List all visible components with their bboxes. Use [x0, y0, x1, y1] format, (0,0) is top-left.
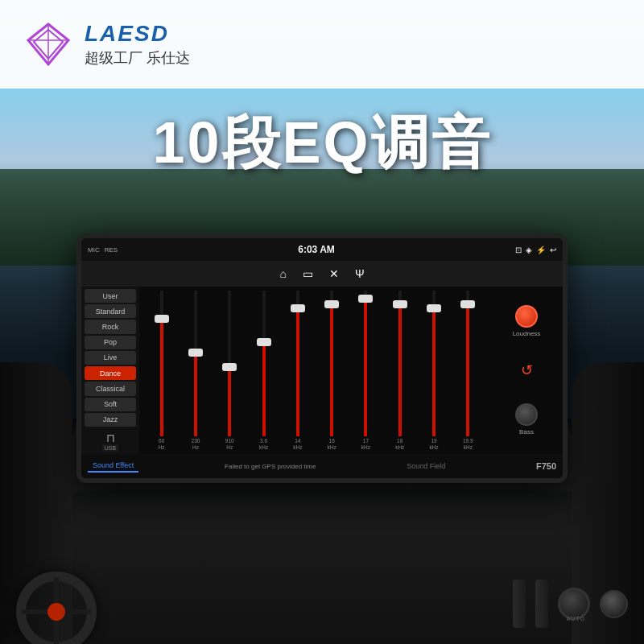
location-icon: ◈: [526, 246, 532, 254]
eq-fill-2: [228, 371, 231, 437]
eq-fill-9: [466, 308, 469, 437]
status-bar: MIC RES 6:03 AM ⊡ ◈ ⚡ ↩: [81, 238, 563, 261]
freq-label-1: 230Hz: [180, 438, 211, 451]
eq-handle-9[interactable]: [460, 300, 475, 308]
brand-name: LAESD: [85, 21, 190, 47]
loudness-label: Loudness: [513, 330, 541, 337]
headline-text: 10段EQ调音: [0, 105, 644, 182]
screen-icon[interactable]: ▭: [303, 267, 313, 280]
bottom-bar: Sound Effect Failed to get GPS provided …: [81, 454, 563, 478]
refresh-control: ↺: [521, 361, 533, 379]
preset-btn-user[interactable]: User: [85, 289, 136, 303]
eq-fill-6: [364, 303, 367, 437]
status-right: ⊡ ◈ ⚡ ↩: [515, 246, 556, 254]
preset-btn-jazz[interactable]: Jazz: [85, 413, 136, 427]
freq-label-8: 19kHz: [418, 438, 449, 451]
screen: MIC RES 6:03 AM ⊡ ◈ ⚡ ↩ ⌂ ▭ ✕ Ψ UserStan…: [81, 238, 563, 478]
brand-text: LAESD 超级工厂 乐仕达: [85, 21, 190, 68]
eq-bar-1[interactable]: [180, 291, 211, 436]
freq-label-7: 18kHz: [384, 438, 415, 451]
freq-label-6: 17kHz: [350, 438, 382, 451]
bass-control: Bass: [515, 403, 538, 436]
cast-icon: ⊡: [515, 246, 522, 254]
usb-text: USB: [102, 444, 118, 452]
bluetooth-icon: ⚡: [536, 246, 546, 254]
preset-list: UserStandardRockPopLiveDanceClassicalSof…: [81, 287, 139, 454]
preset-btn-live[interactable]: Live: [85, 351, 136, 365]
eq-bar-3[interactable]: [248, 291, 279, 436]
gps-message: Failed to get GPS provided time: [225, 463, 316, 470]
eq-handle-0[interactable]: [155, 315, 169, 323]
eq-bar-5[interactable]: [316, 291, 347, 436]
eq-handle-2[interactable]: [222, 363, 237, 371]
eq-bar-0[interactable]: [146, 291, 177, 436]
eq-handle-7[interactable]: [393, 300, 407, 308]
head-unit: MIC RES 6:03 AM ⊡ ◈ ⚡ ↩ ⌂ ▭ ✕ Ψ UserStan…: [76, 233, 568, 483]
loudness-dot[interactable]: [515, 305, 538, 328]
eq-bars-container: [146, 291, 484, 438]
preset-btn-standard[interactable]: Standard: [85, 304, 136, 318]
preset-btn-classical[interactable]: Classical: [85, 382, 136, 395]
right-controls: Loudness ↺ Bass: [490, 287, 563, 454]
eq-fill-1: [194, 357, 197, 437]
preset-btn-dance[interactable]: Dance: [85, 366, 136, 380]
eq-fill-4: [296, 312, 299, 436]
eq-bar-9[interactable]: [452, 291, 484, 436]
eq-bar-2[interactable]: [214, 291, 246, 436]
preset-btn-soft[interactable]: Soft: [85, 398, 136, 411]
logo-area: LAESD 超级工厂 乐仕达: [0, 0, 644, 89]
eq-handle-1[interactable]: [188, 349, 203, 357]
res-label: RES: [105, 246, 118, 254]
freq-labels: 60Hz230Hz910Hz3.6kHz14kHz16kHz17kHz18kHz…: [146, 438, 484, 452]
freq-label-2: 910Hz: [214, 438, 246, 451]
close-icon[interactable]: ✕: [329, 267, 339, 280]
freq-label-0: 60Hz: [146, 438, 177, 451]
freq-label-5: 16kHz: [316, 438, 347, 451]
freq-label-3: 3.6kHz: [248, 438, 279, 451]
sound-effect-tab[interactable]: Sound Effect: [88, 460, 138, 473]
eq-bar-6[interactable]: [350, 291, 382, 436]
usb-port-icon: ⊓: [106, 431, 115, 444]
loudness-control: Loudness: [513, 305, 541, 337]
eq-handle-6[interactable]: [358, 295, 373, 303]
status-left: MIC RES: [88, 246, 118, 254]
brand-logo: [24, 20, 72, 68]
eq-bar-8[interactable]: [418, 291, 449, 436]
freq-label-9: 19.9kHz: [452, 438, 484, 451]
eq-handle-3[interactable]: [257, 338, 271, 346]
status-time: 6:03 AM: [298, 244, 335, 255]
eq-fill-5: [330, 308, 333, 437]
eq-bar-4[interactable]: [282, 291, 313, 436]
eq-fill-8: [432, 312, 436, 436]
eq-area: 60Hz230Hz910Hz3.6kHz14kHz16kHz17kHz18kHz…: [139, 287, 490, 454]
sound-field-tab[interactable]: Sound Field: [402, 460, 450, 472]
home-icon[interactable]: ⌂: [279, 267, 286, 280]
eq-handle-5[interactable]: [324, 300, 339, 308]
bass-dot[interactable]: [515, 403, 538, 426]
headline-area: 10段EQ调音: [0, 89, 644, 198]
eq-fill-7: [398, 308, 402, 437]
preset-btn-rock[interactable]: Rock: [85, 320, 136, 333]
bass-label: Bass: [519, 428, 534, 436]
main-content: UserStandardRockPopLiveDanceClassicalSof…: [81, 287, 563, 454]
eq-fill-3: [262, 346, 266, 436]
back-icon: ↩: [550, 246, 556, 254]
mic-label: MIC: [88, 246, 100, 254]
brand-subtitle: 超级工厂 乐仕达: [85, 48, 190, 68]
eq-bar-7[interactable]: [384, 291, 415, 436]
nav-bar: ⌂ ▭ ✕ Ψ: [81, 261, 563, 287]
model-label: F750: [536, 461, 556, 471]
preset-btn-pop[interactable]: Pop: [85, 336, 136, 349]
refresh-icon[interactable]: ↺: [521, 361, 533, 379]
eq-fill-0: [160, 323, 163, 436]
freq-label-4: 14kHz: [282, 438, 313, 451]
usb-icon[interactable]: Ψ: [355, 267, 365, 280]
eq-handle-4[interactable]: [291, 304, 305, 312]
eq-handle-8[interactable]: [427, 304, 441, 312]
